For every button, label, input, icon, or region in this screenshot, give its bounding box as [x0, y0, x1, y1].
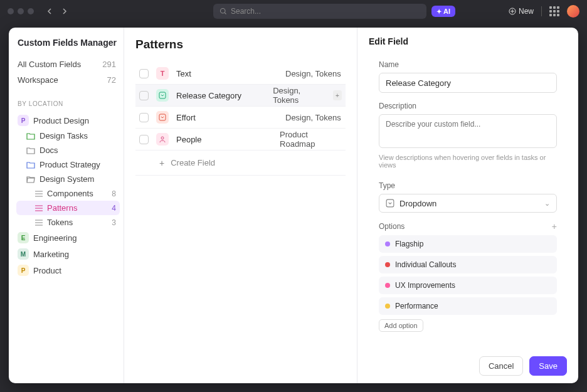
- folder-product-strategy[interactable]: Product Strategy: [16, 157, 120, 172]
- color-dot-icon: [385, 262, 390, 267]
- option-ux-improvements[interactable]: UX Improvements: [379, 277, 557, 294]
- option-performance[interactable]: Performance: [379, 297, 557, 315]
- maximize-window[interactable]: [28, 8, 34, 14]
- panel-footer: Cancel Save: [357, 349, 578, 383]
- workspace: Custom Fields Manager All Custom Fields …: [9, 28, 578, 383]
- svg-rect-3: [159, 114, 166, 120]
- new-button[interactable]: New: [509, 7, 534, 16]
- list-icon: [35, 191, 43, 197]
- expand-locations-icon[interactable]: +: [333, 90, 342, 100]
- topbar-right: New: [509, 5, 579, 18]
- plus-circle-icon: [509, 8, 516, 15]
- sidebar-totals-workspace[interactable]: Workspace 72: [16, 72, 120, 88]
- folder-design-tasks[interactable]: Design Tasks: [16, 129, 120, 143]
- folder-design-system[interactable]: Design System: [16, 172, 120, 186]
- field-row-release-category[interactable]: Release Category Design, Tokens +: [135, 85, 346, 107]
- row-checkbox[interactable]: [139, 113, 149, 122]
- forward-button[interactable]: [58, 5, 70, 18]
- svg-rect-2: [159, 92, 166, 98]
- window-controls: [8, 8, 34, 14]
- name-input[interactable]: [379, 73, 557, 93]
- page-title: Patterns: [135, 38, 346, 51]
- description-input[interactable]: [379, 114, 557, 148]
- space-product-design[interactable]: P Product Design: [16, 112, 120, 129]
- apps-icon[interactable]: [549, 6, 559, 16]
- minimize-window[interactable]: [18, 8, 24, 14]
- list-patterns[interactable]: Patterns 4: [16, 201, 120, 215]
- list-components[interactable]: Components 8: [16, 186, 120, 201]
- folder-docs[interactable]: Docs: [16, 143, 120, 157]
- chevron-down-icon: ⌄: [544, 199, 550, 208]
- folder-icon: [26, 147, 35, 154]
- user-avatar[interactable]: [567, 5, 579, 18]
- field-row-people[interactable]: People Product Roadmap: [135, 129, 346, 151]
- svg-point-0: [221, 9, 226, 14]
- search-placeholder: Search...: [231, 7, 261, 16]
- description-hint: View descriptions when hovering over fie…: [379, 154, 557, 169]
- panel-title: Edit Field: [357, 28, 578, 53]
- search-input[interactable]: Search...: [213, 4, 426, 19]
- edit-field-panel: Edit Field Name Description View descrip…: [357, 28, 578, 383]
- sidebar-title: Custom Fields Manager: [16, 38, 120, 48]
- space-badge-icon: P: [18, 265, 29, 276]
- color-dot-icon: [385, 241, 390, 246]
- name-label: Name: [379, 60, 557, 69]
- save-button[interactable]: Save: [529, 356, 567, 376]
- type-select[interactable]: Dropdown ⌄: [379, 194, 557, 213]
- cancel-button[interactable]: Cancel: [479, 356, 523, 376]
- dropdown-icon: [386, 199, 394, 208]
- nav-arrows: [44, 5, 70, 18]
- color-dot-icon: [385, 283, 390, 288]
- space-badge-icon: P: [18, 115, 29, 126]
- row-checkbox[interactable]: [139, 91, 149, 100]
- create-field-button[interactable]: + Create Field: [135, 151, 346, 176]
- text-type-icon: T: [156, 67, 169, 80]
- folder-icon: [26, 161, 35, 169]
- option-flagship[interactable]: Flagship: [379, 235, 557, 253]
- space-badge-icon: M: [18, 248, 29, 260]
- option-individual-callouts[interactable]: Individual Callouts: [379, 256, 557, 273]
- plus-icon: +: [159, 158, 164, 168]
- people-type-icon: [156, 133, 169, 146]
- search-icon: [219, 8, 227, 15]
- row-checkbox[interactable]: [139, 69, 149, 78]
- list-icon: [35, 205, 43, 211]
- divider: [541, 6, 542, 16]
- main-area: Patterns T Text Design, Tokens Release C…: [124, 28, 357, 383]
- section-header: BY LOCATION: [18, 100, 120, 107]
- space-badge-icon: E: [18, 232, 29, 243]
- dropdown-type-icon: [156, 89, 169, 102]
- close-window[interactable]: [8, 8, 14, 14]
- effort-type-icon: [156, 111, 169, 124]
- color-dot-icon: [385, 304, 390, 309]
- field-row-text[interactable]: T Text Design, Tokens: [135, 63, 346, 85]
- space-marketing[interactable]: M Marketing: [16, 246, 120, 262]
- description-label: Description: [379, 102, 557, 110]
- folder-open-icon: [26, 176, 35, 183]
- list-icon: [35, 220, 43, 226]
- space-product[interactable]: P Product: [16, 262, 120, 278]
- svg-rect-5: [386, 199, 394, 207]
- space-engineering[interactable]: E Engineering: [16, 230, 120, 246]
- folder-icon: [26, 132, 35, 140]
- type-label: Type: [379, 181, 557, 190]
- ai-button[interactable]: AI: [431, 6, 455, 17]
- list-tokens[interactable]: Tokens 3: [16, 215, 120, 230]
- sidebar: Custom Fields Manager All Custom Fields …: [9, 28, 124, 383]
- fields-table: T Text Design, Tokens Release Category D…: [135, 63, 346, 176]
- field-row-effort[interactable]: Effort Design, Tokens: [135, 107, 346, 129]
- add-option-button[interactable]: Add option: [379, 319, 423, 332]
- row-checkbox[interactable]: [139, 135, 149, 144]
- svg-point-4: [161, 137, 164, 139]
- options-label: Options: [379, 222, 405, 231]
- add-option-icon[interactable]: +: [552, 221, 557, 231]
- topbar: Search... AI New: [0, 0, 587, 23]
- sidebar-totals-all[interactable]: All Custom Fields 291: [16, 56, 120, 72]
- back-button[interactable]: [44, 5, 56, 18]
